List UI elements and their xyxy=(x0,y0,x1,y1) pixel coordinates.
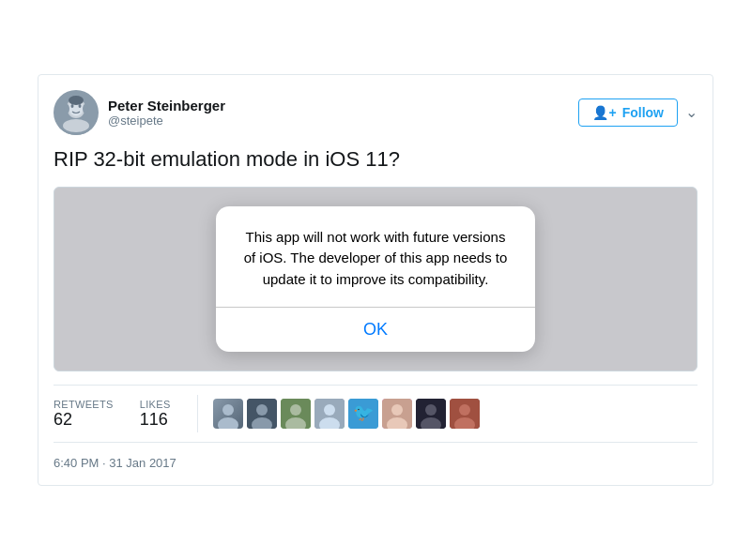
liker-avatar-1 xyxy=(213,399,243,429)
svg-point-24 xyxy=(391,404,403,416)
liker-avatar-5: 🐦 xyxy=(348,399,378,429)
svg-point-6 xyxy=(64,104,69,114)
svg-point-10 xyxy=(222,404,234,416)
user-info: Peter Steinberger @steipete xyxy=(108,98,225,128)
svg-text:🐦: 🐦 xyxy=(353,402,375,423)
svg-point-11 xyxy=(218,417,238,429)
svg-point-7 xyxy=(83,104,88,114)
liker-avatar-6 xyxy=(382,399,412,429)
svg-point-19 xyxy=(324,404,335,416)
follow-button[interactable]: 👤+ Follow xyxy=(578,98,678,127)
ios-dialog-ok-button[interactable]: OK xyxy=(216,308,535,352)
user-name: Peter Steinberger xyxy=(108,98,225,114)
svg-point-5 xyxy=(69,96,84,105)
likes-label: LIKES xyxy=(140,399,171,410)
tweet-header: Peter Steinberger @steipete 👤+ Follow ⌄ xyxy=(54,90,697,135)
tweet-header-right: 👤+ Follow ⌄ xyxy=(578,98,697,127)
tweet-timestamp: 6:40 PM · 31 Jan 2017 xyxy=(54,452,697,470)
retweets-stat: RETWEETS 62 xyxy=(54,399,114,430)
svg-point-16 xyxy=(290,404,301,416)
liker-avatar-8 xyxy=(450,399,480,429)
avatar xyxy=(54,90,99,135)
tweet-card: Peter Steinberger @steipete 👤+ Follow ⌄ … xyxy=(38,74,713,486)
stat-divider xyxy=(197,395,198,432)
tweet-image: This app will not work with future versi… xyxy=(54,187,697,372)
svg-point-13 xyxy=(256,404,268,416)
svg-point-27 xyxy=(425,404,437,416)
likes-stat: LIKES 116 xyxy=(140,399,171,430)
likes-count: 116 xyxy=(140,410,171,430)
liker-avatar-3 xyxy=(281,399,311,429)
ios-dialog-message: This app will not work with future versi… xyxy=(238,227,513,291)
likers-row: 🐦 xyxy=(213,399,480,429)
liker-avatar-4 xyxy=(314,399,345,429)
user-handle: @steipete xyxy=(108,114,225,128)
tweet-text: RIP 32-bit emulation mode in iOS 11? xyxy=(54,146,697,174)
add-user-icon: 👤+ xyxy=(592,105,616,120)
follow-label: Follow xyxy=(622,105,664,120)
liker-avatar-2 xyxy=(247,399,277,429)
ios-dialog-body: This app will not work with future versi… xyxy=(216,206,535,291)
retweets-count: 62 xyxy=(54,410,114,430)
svg-point-30 xyxy=(459,404,470,416)
ios-dialog: This app will not work with future versi… xyxy=(216,206,535,353)
tweet-header-left: Peter Steinberger @steipete xyxy=(54,90,225,135)
chevron-down-icon[interactable]: ⌄ xyxy=(685,103,697,121)
liker-avatar-7 xyxy=(416,399,446,429)
retweets-label: RETWEETS xyxy=(54,399,114,410)
svg-point-9 xyxy=(63,119,89,132)
tweet-stats: RETWEETS 62 LIKES 116 🐦 xyxy=(54,385,697,443)
ios-dialog-button-row: OK xyxy=(216,308,535,352)
